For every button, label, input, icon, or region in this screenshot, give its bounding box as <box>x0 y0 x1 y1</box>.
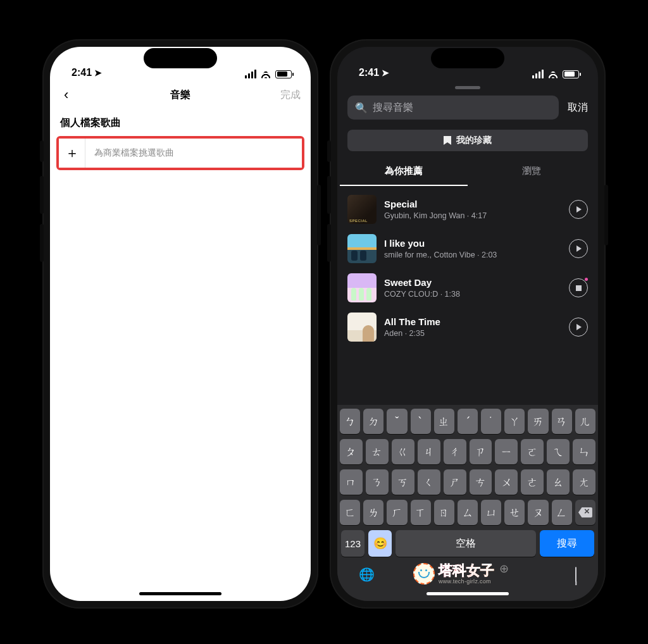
key-char[interactable]: ㄧ <box>495 439 518 464</box>
page-title: 音樂 <box>50 89 311 102</box>
key-char[interactable]: ㄡ <box>528 500 548 525</box>
key-char[interactable]: ㄨ <box>495 469 518 495</box>
key-char[interactable]: ㄇ <box>340 469 363 495</box>
search-input[interactable]: 🔍 搜尋音樂 <box>347 96 559 120</box>
key-char[interactable]: ㄏ <box>387 500 407 525</box>
key-char[interactable]: ㄎ <box>392 469 414 495</box>
key-char[interactable]: ㄔ <box>444 439 466 464</box>
cellular-icon <box>532 70 544 78</box>
key-char[interactable]: ㄕ <box>444 469 466 495</box>
key-char[interactable]: ㄤ <box>573 469 595 495</box>
home-indicator[interactable] <box>427 592 509 595</box>
key-char[interactable]: ˋ <box>411 409 431 434</box>
tab-browse[interactable]: 瀏覽 <box>468 159 595 186</box>
key-search[interactable]: 搜尋 <box>540 530 594 557</box>
location-icon: ➤ <box>94 68 102 78</box>
play-button[interactable] <box>569 239 588 258</box>
album-cover <box>347 273 377 302</box>
add-song-label: 為商業檔案挑選歌曲 <box>85 147 174 159</box>
song-list: Special Gyubin, Kim Jong Wan · 4:17 I li… <box>337 186 598 347</box>
play-button[interactable] <box>569 200 588 219</box>
song-row[interactable]: I like you smile for me., Cotton Vibe · … <box>344 229 592 268</box>
key-char[interactable]: ㄑ <box>418 469 440 495</box>
play-button[interactable] <box>569 318 588 337</box>
key-char[interactable]: ㄥ <box>552 500 572 525</box>
song-row[interactable]: All The Time Aden · 2:35 <box>344 307 592 347</box>
key-123[interactable]: 123 <box>341 530 364 557</box>
plus-icon: ＋ <box>59 139 85 168</box>
key-char[interactable]: ㄜ <box>521 469 544 495</box>
key-char[interactable]: ㄐ <box>418 439 440 464</box>
key-char[interactable]: ˊ <box>458 409 478 434</box>
key-char[interactable]: ㄌ <box>363 500 383 525</box>
key-space[interactable]: 空格 <box>396 530 536 557</box>
key-emoji[interactable]: 😊 <box>368 530 392 557</box>
key-char[interactable]: ㄖ <box>434 500 454 525</box>
key-char[interactable]: ㄠ <box>547 469 570 495</box>
key-char[interactable]: ㄘ <box>470 469 492 495</box>
cancel-button[interactable]: 取消 <box>568 101 588 115</box>
key-char[interactable]: ㄉ <box>363 409 383 434</box>
song-title: Special <box>384 199 561 209</box>
key-char[interactable]: ㄈ <box>340 500 360 525</box>
status-time: 2:41 <box>359 67 379 78</box>
album-cover <box>347 234 377 263</box>
song-subtitle: Aden · 2:35 <box>384 329 561 338</box>
add-song-highlight: ＋ 為商業檔案挑選歌曲 <box>56 136 304 170</box>
tab-recommended[interactable]: 為你推薦 <box>340 159 468 186</box>
key-char[interactable]: ㄛ <box>521 439 544 464</box>
backspace-icon <box>578 507 592 517</box>
key-char[interactable]: ㄩ <box>481 500 501 525</box>
sheet-grabber[interactable] <box>455 86 480 89</box>
globe-icon[interactable]: 🌐 <box>359 567 375 582</box>
stop-button[interactable] <box>569 278 588 297</box>
key-char[interactable]: ㄓ <box>434 409 454 434</box>
song-subtitle: COZY CLOU:D · 1:38 <box>384 290 561 299</box>
key-char[interactable]: ㄦ <box>575 409 595 434</box>
wifi-icon <box>260 70 271 78</box>
key-char[interactable]: ˇ <box>387 409 407 434</box>
key-char[interactable]: ㄝ <box>504 500 525 525</box>
song-title: Sweet Day <box>384 277 561 288</box>
key-char[interactable]: ㄞ <box>528 409 548 434</box>
key-char[interactable]: ㄆ <box>340 439 363 464</box>
watermark-url: www.tech-girlz.com <box>439 579 494 585</box>
saved-button[interactable]: 我的珍藏 <box>347 130 588 151</box>
nav-bar: ‹ 音樂 完成 <box>50 81 311 109</box>
key-char[interactable]: ㄟ <box>547 439 570 464</box>
mic-icon[interactable] <box>575 567 576 582</box>
home-indicator[interactable] <box>139 592 221 595</box>
key-char[interactable]: ㄢ <box>552 409 572 434</box>
status-time: 2:41 <box>72 67 92 78</box>
search-placeholder: 搜尋音樂 <box>373 101 413 115</box>
add-song-row[interactable]: ＋ 為商業檔案挑選歌曲 <box>59 139 302 168</box>
song-subtitle: smile for me., Cotton Vibe · 2:03 <box>384 251 561 259</box>
search-icon: 🔍 <box>355 102 368 114</box>
key-char[interactable]: ˙ <box>481 409 501 434</box>
album-cover <box>347 313 377 342</box>
key-char[interactable]: ㄒ <box>411 500 431 525</box>
song-row[interactable]: Special Gyubin, Kim Jong Wan · 4:17 <box>344 190 592 229</box>
watermark-globe-icon: ⊕ <box>499 563 509 574</box>
done-button[interactable]: 完成 <box>280 89 301 102</box>
key-char[interactable]: ㄗ <box>470 439 492 464</box>
song-subtitle: Gyubin, Kim Jong Wan · 4:17 <box>384 211 561 220</box>
phone-right: 2:41 ➤ 🔍 搜尋音樂 取消 我的珍藏 為你 <box>330 39 606 609</box>
tabs: 為你推薦 瀏覽 <box>337 158 598 186</box>
battery-icon <box>563 70 579 78</box>
key-char[interactable]: ㄊ <box>366 439 389 464</box>
back-button[interactable]: ‹ <box>60 84 72 106</box>
key-char[interactable]: ㄍ <box>392 439 414 464</box>
dynamic-island <box>431 48 504 68</box>
section-header: 個人檔案歌曲 <box>50 109 311 136</box>
saved-label: 我的珍藏 <box>456 135 492 146</box>
key-char[interactable]: ㄚ <box>504 409 525 434</box>
watermark: 塔科女子 www.tech-girlz.com ⊕ <box>413 563 509 585</box>
key-char[interactable]: ㄙ <box>458 500 478 525</box>
key-char[interactable]: ㄋ <box>366 469 389 495</box>
key-backspace[interactable] <box>575 500 595 525</box>
key-char[interactable]: ㄣ <box>573 439 595 464</box>
song-row[interactable]: Sweet Day COZY CLOU:D · 1:38 <box>344 268 592 307</box>
bookmark-icon <box>444 136 451 145</box>
key-char[interactable]: ㄅ <box>340 409 360 434</box>
